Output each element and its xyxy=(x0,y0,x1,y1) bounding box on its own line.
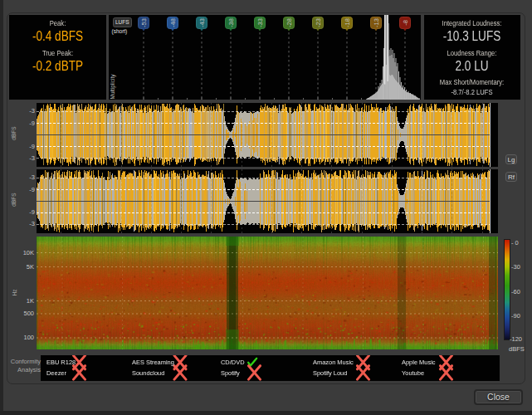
svg-text:-18: -18 xyxy=(343,18,350,27)
svg-text:-48: -48 xyxy=(168,18,176,27)
svg-text:-28: -28 xyxy=(285,18,292,27)
svg-text:-43: -43 xyxy=(198,18,205,27)
svg-text:-33: -33 xyxy=(256,18,263,27)
svg-text:-53: -53 xyxy=(139,18,147,27)
svg-text:-13: -13 xyxy=(372,18,379,27)
svg-text:-38: -38 xyxy=(227,18,234,27)
svg-text:-8: -8 xyxy=(401,20,408,26)
svg-text:-23: -23 xyxy=(314,18,321,27)
